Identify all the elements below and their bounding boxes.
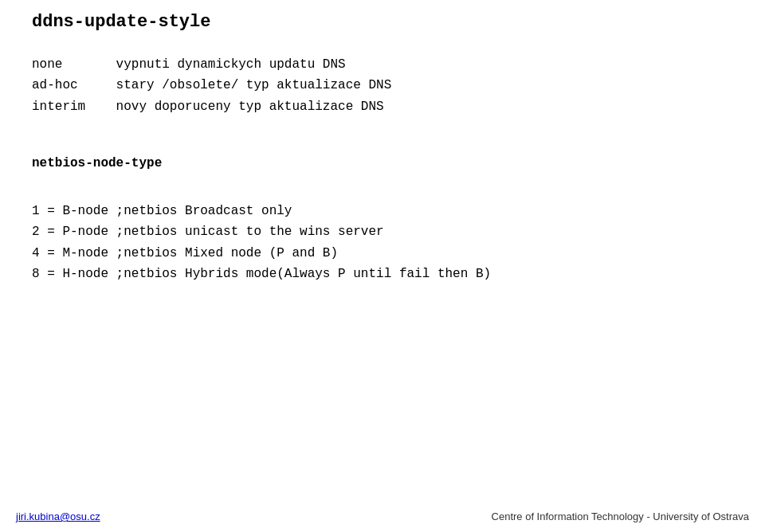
dns-options-text: none vypnuti dynamickych updatu DNS ad-h… — [32, 54, 733, 117]
footer-email-link[interactable]: jiri.kubina@osu.cz — [16, 510, 100, 522]
netbios-subtitle: netbios-node-type — [32, 154, 733, 174]
netbios-options-text: 1 = B-node ;netbios Broadcast only 2 = P… — [32, 201, 733, 285]
footer-left: jiri.kubina@osu.cz — [16, 510, 100, 522]
footer-right: Centre of Information Technology - Unive… — [492, 510, 749, 522]
footer: jiri.kubina@osu.cz Centre of Information… — [0, 510, 765, 522]
content-block: none vypnuti dynamickych updatu DNS ad-h… — [32, 54, 733, 285]
main-content: ddns-update-style none vypnuti dynamicky… — [0, 0, 765, 301]
page-title: ddns-update-style — [32, 12, 733, 32]
